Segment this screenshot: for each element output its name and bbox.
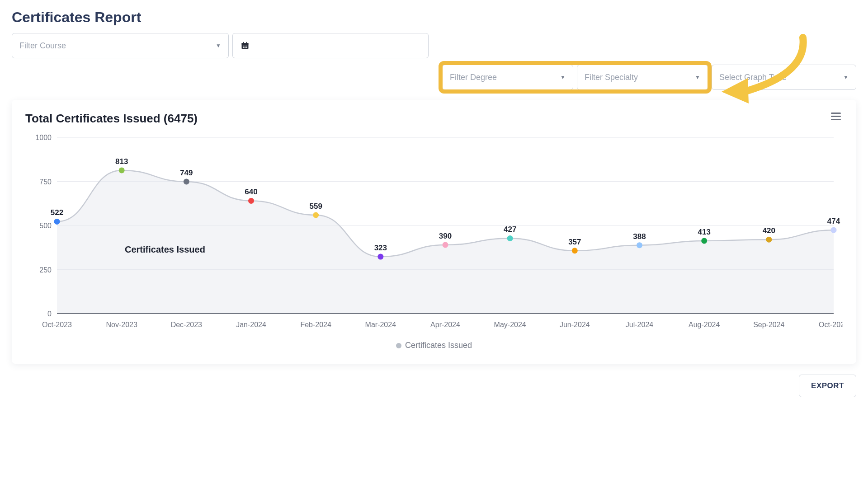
svg-text:Nov-2023: Nov-2023	[106, 321, 137, 328]
svg-text:420: 420	[763, 226, 775, 235]
svg-point-23	[119, 167, 125, 173]
svg-text:323: 323	[374, 244, 387, 252]
svg-text:Sep-2024: Sep-2024	[753, 321, 784, 328]
svg-text:749: 749	[180, 169, 193, 177]
svg-text:357: 357	[568, 238, 581, 246]
svg-point-32	[313, 212, 319, 218]
svg-rect-9	[246, 47, 248, 48]
svg-rect-5	[245, 46, 246, 47]
svg-point-20	[54, 219, 60, 225]
svg-text:390: 390	[439, 232, 452, 240]
svg-text:Aug-2024: Aug-2024	[689, 321, 720, 328]
svg-point-41	[507, 235, 513, 241]
filter-degree-placeholder: Filter Degree	[450, 73, 497, 82]
svg-point-50	[701, 238, 707, 244]
svg-text:640: 640	[245, 188, 257, 196]
svg-text:1000: 1000	[35, 134, 52, 141]
filter-row-top: Filter Course ▼	[12, 33, 856, 58]
svg-rect-6	[246, 46, 248, 47]
svg-text:250: 250	[39, 266, 52, 274]
select-graph-type[interactable]: Select Graph Type ▼	[712, 65, 856, 90]
page-title: Certificates Report	[12, 9, 856, 26]
chart-legend: Certificates Issued	[25, 341, 843, 350]
svg-rect-1	[242, 43, 249, 44]
filter-specialty-select[interactable]: Filter Specialty ▼	[577, 65, 708, 90]
svg-text:Mar-2024: Mar-2024	[365, 321, 396, 328]
svg-text:Dec-2023: Dec-2023	[171, 321, 202, 328]
svg-point-29	[248, 198, 254, 204]
svg-text:Feb-2024: Feb-2024	[300, 321, 331, 328]
svg-text:413: 413	[698, 228, 710, 236]
svg-text:388: 388	[633, 232, 646, 241]
svg-text:Jul-2024: Jul-2024	[626, 321, 653, 328]
svg-text:Jan-2024: Jan-2024	[236, 321, 266, 328]
svg-text:750: 750	[39, 178, 52, 186]
svg-text:522: 522	[51, 208, 63, 217]
filter-course-select[interactable]: Filter Course ▼	[12, 33, 229, 58]
svg-text:Oct-2023: Oct-2023	[42, 321, 72, 328]
svg-rect-7	[243, 47, 244, 48]
svg-rect-3	[246, 42, 247, 44]
svg-point-38	[443, 242, 448, 248]
svg-point-44	[572, 248, 578, 253]
svg-text:500: 500	[39, 222, 52, 230]
svg-text:0: 0	[47, 310, 52, 318]
svg-rect-4	[243, 46, 244, 47]
chart-card: Total Certificates Issued (6475) 0250500…	[12, 100, 856, 364]
svg-text:474: 474	[827, 217, 840, 225]
select-graph-type-placeholder: Select Graph Type	[719, 73, 787, 82]
chart-title: Total Certificates Issued (6475)	[25, 112, 843, 126]
svg-text:Jun-2024: Jun-2024	[560, 321, 590, 328]
line-chart: 02505007501000522Oct-2023813Nov-2023749D…	[25, 128, 843, 341]
svg-point-53	[766, 237, 772, 243]
svg-text:Apr-2024: Apr-2024	[430, 321, 460, 328]
export-button[interactable]: EXPORT	[799, 375, 856, 397]
svg-text:427: 427	[504, 225, 516, 234]
svg-point-47	[637, 242, 642, 248]
caret-down-icon: ▼	[695, 74, 700, 80]
svg-rect-2	[243, 42, 244, 44]
svg-text:813: 813	[115, 157, 128, 166]
filter-degree-select[interactable]: Filter Degree ▼	[442, 65, 573, 90]
svg-rect-8	[245, 47, 246, 48]
filter-date-select[interactable]	[232, 33, 429, 58]
svg-point-35	[377, 254, 383, 260]
svg-text:559: 559	[309, 202, 322, 211]
caret-down-icon: ▼	[843, 74, 849, 80]
svg-text:Certificates Issued: Certificates Issued	[125, 244, 205, 254]
legend-label: Certificates Issued	[405, 341, 472, 350]
filter-course-placeholder: Filter Course	[19, 41, 66, 51]
chart-area: 02505007501000522Oct-2023813Nov-2023749D…	[25, 128, 843, 341]
svg-text:Oct-2024: Oct-2024	[819, 321, 843, 328]
caret-down-icon: ▼	[560, 74, 566, 80]
chart-menu-icon[interactable]	[829, 111, 843, 122]
legend-marker-icon	[396, 343, 401, 348]
filter-specialty-placeholder: Filter Specialty	[585, 73, 638, 82]
filter-row-bottom: Filter Degree ▼ Filter Specialty ▼ Selec…	[12, 65, 856, 90]
svg-point-26	[184, 178, 189, 184]
caret-down-icon: ▼	[216, 42, 221, 49]
svg-point-56	[831, 227, 837, 233]
svg-text:May-2024: May-2024	[494, 321, 526, 328]
calendar-icon	[240, 41, 250, 50]
